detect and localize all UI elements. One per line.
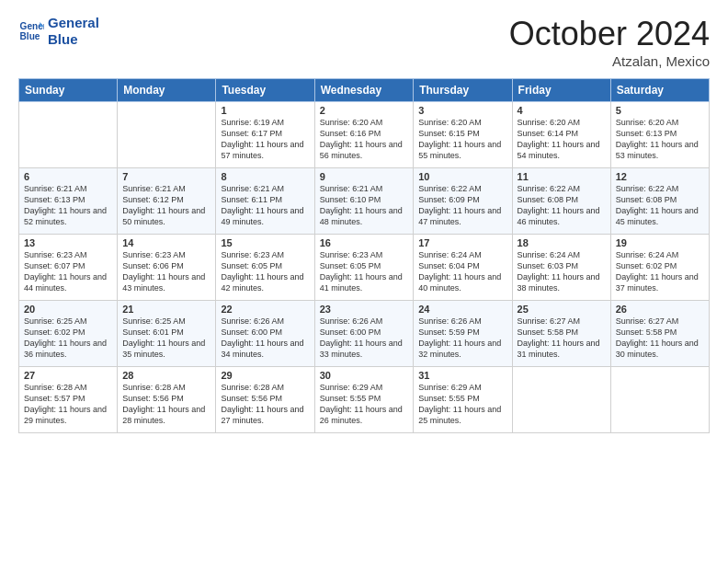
calendar-cell: 8Sunrise: 6:21 AMSunset: 6:11 PMDaylight… — [216, 168, 314, 235]
day-info: Sunrise: 6:21 AMSunset: 6:12 PMDaylight:… — [122, 183, 210, 228]
day-info: Sunrise: 6:29 AMSunset: 5:55 PMDaylight:… — [418, 382, 506, 427]
calendar-cell: 23Sunrise: 6:26 AMSunset: 6:00 PMDayligh… — [314, 301, 414, 367]
calendar-week-row: 6Sunrise: 6:21 AMSunset: 6:13 PMDaylight… — [19, 168, 710, 235]
day-info: Sunrise: 6:21 AMSunset: 6:11 PMDaylight:… — [221, 183, 309, 228]
calendar-cell: 31Sunrise: 6:29 AMSunset: 5:55 PMDayligh… — [414, 367, 512, 433]
day-info: Sunrise: 6:25 AMSunset: 6:02 PMDaylight:… — [24, 316, 112, 361]
day-info: Sunrise: 6:20 AMSunset: 6:16 PMDaylight:… — [320, 117, 409, 162]
calendar-cell: 1Sunrise: 6:19 AMSunset: 6:17 PMDaylight… — [216, 102, 314, 168]
day-number: 11 — [518, 171, 606, 182]
day-info: Sunrise: 6:29 AMSunset: 5:55 PMDaylight:… — [320, 382, 409, 427]
calendar-cell: 30Sunrise: 6:29 AMSunset: 5:55 PMDayligh… — [314, 367, 414, 433]
calendar-cell: 13Sunrise: 6:23 AMSunset: 6:07 PMDayligh… — [19, 235, 118, 301]
calendar-cell — [19, 102, 118, 168]
day-info: Sunrise: 6:23 AMSunset: 6:07 PMDaylight:… — [24, 249, 112, 294]
day-number: 17 — [418, 237, 506, 248]
logo: General Blue General Blue — [18, 15, 99, 48]
calendar-header-row: SundayMondayTuesdayWednesdayThursdayFrid… — [19, 79, 710, 102]
day-info: Sunrise: 6:26 AMSunset: 5:59 PMDaylight:… — [418, 316, 506, 361]
day-number: 9 — [320, 171, 409, 182]
calendar-cell: 25Sunrise: 6:27 AMSunset: 5:58 PMDayligh… — [512, 301, 610, 367]
calendar-cell: 7Sunrise: 6:21 AMSunset: 6:12 PMDaylight… — [118, 168, 216, 235]
day-info: Sunrise: 6:28 AMSunset: 5:56 PMDaylight:… — [221, 382, 309, 427]
day-number: 5 — [616, 105, 704, 116]
header: General Blue General Blue October 2024 A… — [18, 15, 710, 69]
calendar-cell: 3Sunrise: 6:20 AMSunset: 6:15 PMDaylight… — [414, 102, 512, 168]
day-number: 3 — [418, 105, 506, 116]
day-number: 8 — [221, 171, 309, 182]
calendar-cell: 22Sunrise: 6:26 AMSunset: 6:00 PMDayligh… — [216, 301, 314, 367]
svg-text:Blue: Blue — [20, 31, 40, 41]
day-number: 25 — [518, 304, 606, 315]
calendar-cell — [610, 367, 709, 433]
day-info: Sunrise: 6:20 AMSunset: 6:13 PMDaylight:… — [616, 117, 704, 162]
calendar-cell: 16Sunrise: 6:23 AMSunset: 6:05 PMDayligh… — [314, 235, 414, 301]
day-info: Sunrise: 6:19 AMSunset: 6:17 PMDaylight:… — [221, 117, 309, 162]
day-number: 7 — [122, 171, 210, 182]
calendar-cell: 12Sunrise: 6:22 AMSunset: 6:08 PMDayligh… — [610, 168, 709, 235]
calendar-day-header: Saturday — [610, 79, 709, 102]
logo-line2: Blue — [48, 31, 99, 48]
calendar-week-row: 13Sunrise: 6:23 AMSunset: 6:07 PMDayligh… — [19, 235, 710, 301]
day-number: 26 — [616, 304, 704, 315]
calendar-body: 1Sunrise: 6:19 AMSunset: 6:17 PMDaylight… — [19, 102, 710, 433]
calendar-day-header: Wednesday — [314, 79, 414, 102]
calendar-day-header: Friday — [512, 79, 610, 102]
calendar-cell: 24Sunrise: 6:26 AMSunset: 5:59 PMDayligh… — [414, 301, 512, 367]
day-info: Sunrise: 6:22 AMSunset: 6:08 PMDaylight:… — [518, 183, 606, 228]
calendar-cell: 9Sunrise: 6:21 AMSunset: 6:10 PMDaylight… — [314, 168, 414, 235]
calendar-cell: 6Sunrise: 6:21 AMSunset: 6:13 PMDaylight… — [19, 168, 118, 235]
day-info: Sunrise: 6:22 AMSunset: 6:09 PMDaylight:… — [418, 183, 506, 228]
calendar-week-row: 1Sunrise: 6:19 AMSunset: 6:17 PMDaylight… — [19, 102, 710, 168]
day-info: Sunrise: 6:26 AMSunset: 6:00 PMDaylight:… — [221, 316, 309, 361]
day-number: 16 — [320, 237, 409, 248]
calendar-cell: 19Sunrise: 6:24 AMSunset: 6:02 PMDayligh… — [610, 235, 709, 301]
calendar-day-header: Tuesday — [216, 79, 314, 102]
calendar-cell: 14Sunrise: 6:23 AMSunset: 6:06 PMDayligh… — [118, 235, 216, 301]
day-info: Sunrise: 6:23 AMSunset: 6:05 PMDaylight:… — [221, 249, 309, 294]
day-info: Sunrise: 6:22 AMSunset: 6:08 PMDaylight:… — [616, 183, 704, 228]
calendar-week-row: 20Sunrise: 6:25 AMSunset: 6:02 PMDayligh… — [19, 301, 710, 367]
calendar-cell: 28Sunrise: 6:28 AMSunset: 5:56 PMDayligh… — [118, 367, 216, 433]
day-number: 24 — [418, 304, 506, 315]
calendar-cell: 11Sunrise: 6:22 AMSunset: 6:08 PMDayligh… — [512, 168, 610, 235]
day-info: Sunrise: 6:20 AMSunset: 6:14 PMDaylight:… — [518, 117, 606, 162]
calendar-cell: 29Sunrise: 6:28 AMSunset: 5:56 PMDayligh… — [216, 367, 314, 433]
day-number: 10 — [418, 171, 506, 182]
day-number: 19 — [616, 237, 704, 248]
day-info: Sunrise: 6:21 AMSunset: 6:10 PMDaylight:… — [320, 183, 409, 228]
calendar-cell: 17Sunrise: 6:24 AMSunset: 6:04 PMDayligh… — [414, 235, 512, 301]
logo-icon: General Blue — [18, 18, 44, 44]
day-info: Sunrise: 6:27 AMSunset: 5:58 PMDaylight:… — [518, 316, 606, 361]
day-number: 15 — [221, 237, 309, 248]
day-number: 6 — [24, 171, 112, 182]
day-number: 4 — [518, 105, 606, 116]
day-number: 23 — [320, 304, 409, 315]
month-title: October 2024 — [509, 15, 710, 53]
day-info: Sunrise: 6:24 AMSunset: 6:02 PMDaylight:… — [616, 249, 704, 294]
calendar-cell: 10Sunrise: 6:22 AMSunset: 6:09 PMDayligh… — [414, 168, 512, 235]
day-number: 18 — [518, 237, 606, 248]
calendar-cell: 5Sunrise: 6:20 AMSunset: 6:13 PMDaylight… — [610, 102, 709, 168]
day-number: 13 — [24, 237, 112, 248]
calendar-day-header: Monday — [118, 79, 216, 102]
page: General Blue General Blue October 2024 A… — [0, 0, 728, 563]
day-info: Sunrise: 6:20 AMSunset: 6:15 PMDaylight:… — [418, 117, 506, 162]
calendar-week-row: 27Sunrise: 6:28 AMSunset: 5:57 PMDayligh… — [19, 367, 710, 433]
day-info: Sunrise: 6:24 AMSunset: 6:03 PMDaylight:… — [518, 249, 606, 294]
logo-line1: General — [48, 15, 99, 31]
day-number: 1 — [221, 105, 309, 116]
day-number: 29 — [221, 370, 309, 381]
day-info: Sunrise: 6:27 AMSunset: 5:58 PMDaylight:… — [616, 316, 704, 361]
day-number: 22 — [221, 304, 309, 315]
calendar-cell: 2Sunrise: 6:20 AMSunset: 6:16 PMDaylight… — [314, 102, 414, 168]
day-number: 12 — [616, 171, 704, 182]
calendar-cell: 21Sunrise: 6:25 AMSunset: 6:01 PMDayligh… — [118, 301, 216, 367]
day-number: 14 — [122, 237, 210, 248]
calendar-cell: 15Sunrise: 6:23 AMSunset: 6:05 PMDayligh… — [216, 235, 314, 301]
calendar-day-header: Thursday — [414, 79, 512, 102]
calendar-cell: 18Sunrise: 6:24 AMSunset: 6:03 PMDayligh… — [512, 235, 610, 301]
calendar-cell: 20Sunrise: 6:25 AMSunset: 6:02 PMDayligh… — [19, 301, 118, 367]
day-number: 2 — [320, 105, 409, 116]
day-number: 28 — [122, 370, 210, 381]
